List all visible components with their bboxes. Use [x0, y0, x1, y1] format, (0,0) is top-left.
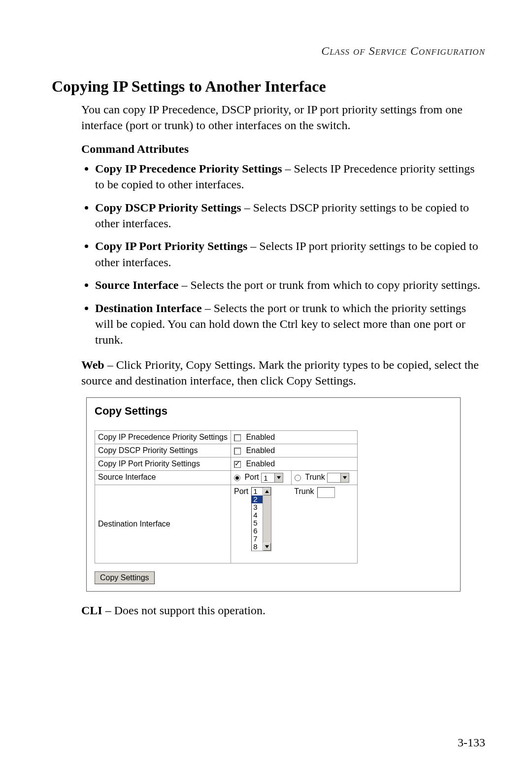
checkbox-ip-port[interactable]: [234, 461, 241, 468]
list-item[interactable]: 5: [252, 519, 263, 527]
bullet-term: Source Interface: [95, 279, 179, 291]
command-attributes-heading: Command Attributes: [81, 142, 485, 156]
table-row: Copy IP Port Priority Settings Enabled: [95, 457, 358, 471]
row-value: Enabled: [231, 431, 357, 444]
row-value: Enabled: [231, 444, 357, 457]
dest-port-listbox[interactable]: 1 2 3 4 5 6 7 8: [251, 487, 271, 551]
list-item: Copy DSCP Priority Settings – Selects DS…: [95, 200, 485, 232]
list-item[interactable]: 1: [252, 488, 263, 495]
bullet-term: Destination Interface: [95, 302, 202, 315]
bullet-term: Copy IP Port Priority Settings: [95, 240, 247, 252]
command-attributes-list: Copy IP Precedence Priority Settings – S…: [81, 161, 485, 348]
enabled-label: Enabled: [246, 433, 275, 441]
radio-source-trunk[interactable]: [295, 475, 301, 481]
list-item[interactable]: 4: [252, 511, 263, 519]
list-item[interactable]: 6: [252, 527, 263, 535]
running-head: Class of Service Configuration: [52, 44, 485, 58]
row-label: Destination Interface: [95, 485, 231, 563]
row-value: Trunk: [292, 471, 358, 485]
row-value: Port 1: [231, 471, 291, 485]
row-label: Source Interface: [95, 471, 231, 485]
source-trunk-dropdown[interactable]: [327, 473, 349, 483]
dest-trunk-label: Trunk: [294, 487, 314, 496]
checkbox-dscp[interactable]: [234, 448, 241, 455]
bullet-desc: – Selects the port or trunk from which t…: [179, 279, 481, 291]
enabled-label: Enabled: [246, 446, 275, 455]
bullet-term: Copy IP Precedence Priority Settings: [95, 162, 282, 175]
web-label: Web: [81, 358, 104, 371]
listbox-items[interactable]: 1 2 3 4 5 6 7 8: [252, 488, 263, 551]
cli-label: CLI: [81, 604, 102, 617]
row-label: Copy IP Precedence Priority Settings: [95, 431, 231, 444]
web-text: – Click Priority, Copy Settings. Mark th…: [81, 358, 479, 387]
row-label: Copy IP Port Priority Settings: [95, 457, 231, 471]
checkbox-ip-precedence[interactable]: [234, 434, 241, 441]
chevron-down-icon[interactable]: [274, 473, 283, 482]
list-item: Copy IP Port Priority Settings – Selects…: [95, 238, 485, 270]
source-port-dropdown[interactable]: 1: [261, 473, 283, 483]
dest-trunk-listbox[interactable]: [317, 487, 335, 498]
table-row: Copy DSCP Priority Settings Enabled: [95, 444, 358, 457]
trunk-label: Trunk: [305, 473, 325, 482]
radio-source-port[interactable]: [234, 475, 240, 481]
copy-settings-button[interactable]: Copy Settings: [95, 571, 155, 584]
row-value: Port 1 2 3 4 5 6 7 8: [231, 485, 357, 563]
bullet-term: Copy DSCP Priority Settings: [95, 201, 241, 214]
section-title: Copying IP Settings to Another Interface: [52, 77, 485, 96]
cli-text: – Does not support this operation.: [102, 604, 266, 617]
page-number: 3-133: [458, 736, 485, 749]
cli-note: CLI – Does not support this operation.: [81, 602, 485, 618]
copy-settings-figure: Copy Settings Copy IP Precedence Priorit…: [86, 397, 461, 592]
list-item: Source Interface – Selects the port or t…: [95, 277, 485, 293]
list-item: Destination Interface – Selects the port…: [95, 300, 485, 348]
list-item[interactable]: 2: [252, 495, 263, 503]
chevron-down-icon[interactable]: [340, 473, 349, 482]
dropdown-value: 1: [262, 474, 274, 482]
figure-title: Copy Settings: [95, 405, 452, 418]
intro-text: You can copy IP Precedence, DSCP priorit…: [81, 102, 485, 134]
port-label: Port: [244, 473, 259, 482]
list-item[interactable]: 3: [252, 503, 263, 511]
enabled-label: Enabled: [246, 459, 275, 468]
row-value: Enabled: [231, 457, 357, 471]
svg-marker-3: [265, 545, 269, 548]
svg-marker-0: [277, 476, 281, 479]
list-item[interactable]: 7: [252, 535, 263, 543]
table-row: Source Interface Port 1: [95, 471, 358, 485]
settings-table: Copy IP Precedence Priority Settings Ena…: [95, 430, 358, 563]
list-item[interactable]: 8: [252, 543, 263, 551]
web-note: Web – Click Priority, Copy Settings. Mar…: [81, 357, 485, 389]
scroll-down-icon[interactable]: [263, 543, 271, 551]
dest-port-label: Port: [234, 487, 248, 496]
row-label: Copy DSCP Priority Settings: [95, 444, 231, 457]
table-row: Copy IP Precedence Priority Settings Ena…: [95, 431, 358, 444]
scrollbar[interactable]: [263, 488, 271, 551]
table-row: Destination Interface Port 1 2 3 4: [95, 485, 358, 563]
svg-marker-1: [343, 476, 347, 479]
svg-marker-2: [265, 490, 269, 493]
scroll-up-icon[interactable]: [263, 488, 271, 495]
list-item: Copy IP Precedence Priority Settings – S…: [95, 161, 485, 193]
